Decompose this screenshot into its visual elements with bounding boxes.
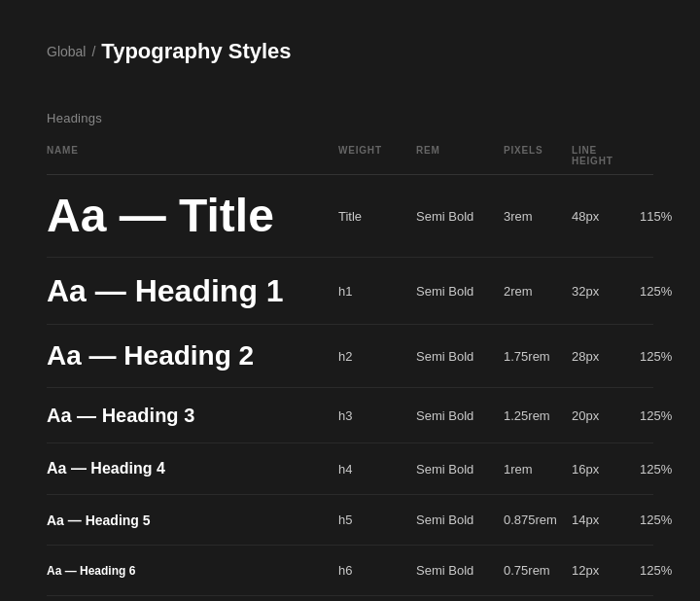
preview-cell-2: Aa — Heading 2 [47, 342, 338, 370]
cell-name: h1 [338, 284, 416, 299]
preview-text-6: Aa — Heading 6 [47, 565, 135, 577]
cell-weight: Semi Bold [416, 349, 504, 364]
cell-rem: 3rem [504, 209, 572, 224]
cell-pixels: 48px [572, 209, 640, 224]
preview-text-4: Aa — Heading 4 [47, 461, 165, 477]
cell-weight: Semi Bold [416, 462, 504, 477]
breadcrumb: Global / Typography Styles [47, 39, 653, 64]
cell-line-height: 115% [640, 209, 700, 224]
cell-rem: 1rem [504, 462, 572, 477]
col-header-line-height: LINE HEIGHT [572, 145, 640, 166]
cell-pixels: 28px [572, 349, 640, 364]
cell-pixels: 32px [572, 284, 640, 299]
preview-cell-0: Aa — Title [47, 193, 338, 239]
table-row: Aa — Heading 3h3Semi Bold1.25rem20px125% [47, 388, 653, 443]
cell-line-height: 125% [640, 408, 700, 423]
cell-name: h2 [338, 349, 416, 364]
cell-rem: 0.75rem [504, 563, 572, 578]
cell-name: h3 [338, 408, 416, 423]
cell-weight: Semi Bold [416, 408, 504, 423]
preview-text-2: Aa — Heading 2 [47, 342, 254, 370]
breadcrumb-current: Typography Styles [101, 39, 291, 64]
cell-line-height: 125% [640, 462, 700, 477]
cell-line-height: 125% [640, 513, 700, 527]
cell-rem: 1.75rem [504, 349, 572, 364]
table-header: NAME WEIGHT REM PIXELS LINE HEIGHT [47, 137, 653, 175]
preview-text-3: Aa — Heading 3 [47, 406, 194, 425]
preview-cell-4: Aa — Heading 4 [47, 461, 338, 477]
col-header-name: NAME [47, 145, 338, 166]
cell-pixels: 12px [572, 563, 640, 578]
col-header-weight: WEIGHT [338, 145, 416, 166]
preview-cell-1: Aa — Heading 1 [47, 275, 338, 306]
cell-line-height: 125% [640, 349, 700, 364]
cell-name: h5 [338, 513, 416, 527]
cell-pixels: 16px [572, 462, 640, 477]
col-header-pixels: PIXELS [504, 145, 572, 166]
preview-text-5: Aa — Heading 5 [47, 513, 151, 527]
cell-name: Title [338, 209, 416, 224]
table-row: Aa — Heading 2h2Semi Bold1.75rem28px125% [47, 325, 653, 388]
breadcrumb-global[interactable]: Global [47, 44, 86, 59]
cell-name: h4 [338, 462, 416, 477]
col-header-rem: REM [416, 145, 504, 166]
cell-rem: 2rem [504, 284, 572, 299]
section-label: Headings [47, 111, 653, 125]
preview-cell-3: Aa — Heading 3 [47, 406, 338, 425]
cell-line-height: 125% [640, 563, 700, 578]
preview-cell-6: Aa — Heading 6 [47, 565, 338, 577]
cell-rem: 1.25rem [504, 408, 572, 423]
cell-line-height: 125% [640, 284, 700, 299]
cell-pixels: 14px [572, 513, 640, 527]
table-row: Aa — Heading 4h4Semi Bold1rem16px125% [47, 443, 653, 495]
cell-name: h6 [338, 563, 416, 578]
preview-text-1: Aa — Heading 1 [47, 275, 284, 306]
cell-weight: Semi Bold [416, 209, 504, 224]
preview-cell-5: Aa — Heading 5 [47, 513, 338, 527]
table-body: Aa — TitleTitleSemi Bold3rem48px115%Aa —… [47, 175, 653, 596]
breadcrumb-separator: / [91, 44, 95, 59]
table-row: Aa — Heading 6h6Semi Bold0.75rem12px125% [47, 546, 653, 596]
table-row: Aa — TitleTitleSemi Bold3rem48px115% [47, 175, 653, 258]
preview-text-0: Aa — Title [47, 193, 274, 239]
table-row: Aa — Heading 1h1Semi Bold2rem32px125% [47, 258, 653, 325]
cell-weight: Semi Bold [416, 563, 504, 578]
table-row: Aa — Heading 5h5Semi Bold0.875rem14px125… [47, 495, 653, 546]
cell-weight: Semi Bold [416, 284, 504, 299]
cell-rem: 0.875rem [504, 513, 572, 527]
cell-pixels: 20px [572, 408, 640, 423]
cell-weight: Semi Bold [416, 513, 504, 527]
